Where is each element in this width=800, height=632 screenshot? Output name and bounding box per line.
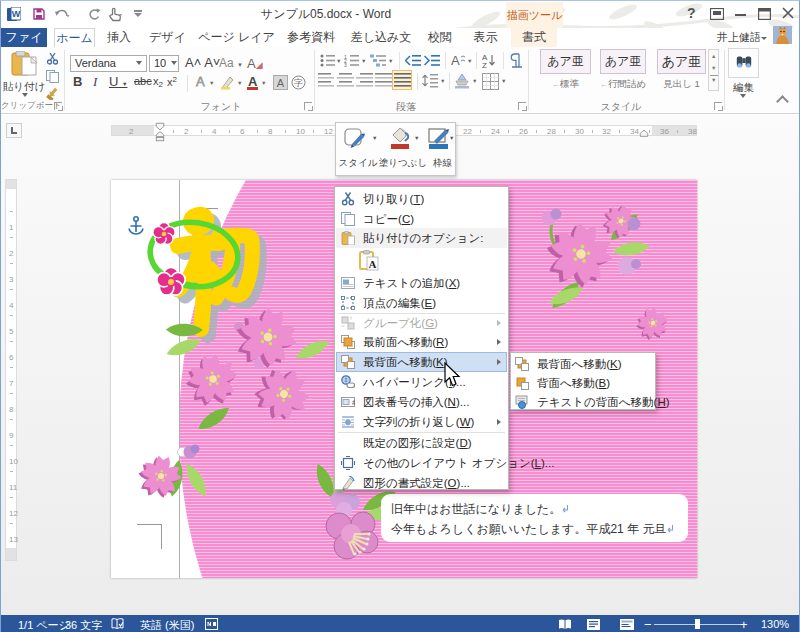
- svg-text:Z: Z: [482, 61, 487, 68]
- svg-text:字: 字: [294, 78, 303, 88]
- svg-text:3: 3: [344, 62, 347, 67]
- svg-text:#: #: [352, 399, 355, 406]
- svg-text:A: A: [277, 77, 285, 89]
- svg-text:W: W: [12, 9, 21, 19]
- svg-text:A: A: [451, 53, 460, 68]
- svg-text:A: A: [369, 258, 377, 270]
